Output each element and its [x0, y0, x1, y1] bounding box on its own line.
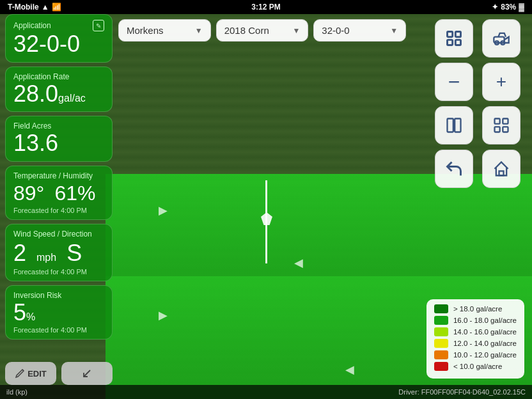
crop-chevron-icon: ▼: [292, 26, 300, 35]
layers-button[interactable]: [435, 106, 473, 145]
legend-row-4: 12.0 - 14.0 gal/acre: [434, 339, 517, 348]
arrow-left-1: ◀: [294, 256, 303, 270]
battery-icon: ▓: [519, 3, 524, 12]
wind-direction-value: S: [66, 240, 82, 267]
wind-speed-value: 2: [13, 240, 26, 267]
legend-row-3: 14.0 - 16.0 gal/acre: [434, 327, 517, 336]
field-acres-label: Field Acres: [13, 121, 51, 130]
humidity-value: 61%: [54, 182, 95, 205]
wind-unit: mph: [36, 252, 56, 263]
wind-row: 2mph S: [13, 240, 104, 267]
legend-label-3: 14.0 - 16.0 gal/acre: [453, 328, 517, 336]
svg-rect-3: [455, 40, 460, 45]
applied-area-top: [106, 174, 532, 276]
zoom-out-icon: −: [448, 72, 460, 92]
legend-label-4: 12.0 - 14.0 gal/acre: [453, 340, 517, 347]
fit-screen-button[interactable]: [435, 19, 473, 58]
inversion-risk-label: Inversion Risk: [13, 291, 61, 300]
bottom-bar: ild (kp) Driver: FF00FF00FF04·D640_02.02…: [0, 385, 532, 399]
legend-color-6: [434, 362, 448, 371]
legend-label-5: 10.0 - 12.0 gal/acre: [453, 351, 517, 359]
field-acres-card: Field Acres 13.6: [5, 116, 113, 162]
edit-button[interactable]: EDIT: [5, 362, 56, 385]
temp-humidity-row: 89° 61%: [13, 182, 104, 205]
time-label: 3:12 PM: [251, 3, 280, 12]
temp-humidity-label: Temperature / Humidity: [13, 171, 93, 180]
field-chevron-icon: ▼: [195, 26, 203, 35]
temp-humidity-card: Temperature / Humidity 89° 61% Forecaste…: [5, 166, 113, 220]
temp-forecast: Forecasted for 4:00 PM: [13, 207, 104, 214]
wifi-icon: 📶: [52, 3, 61, 12]
arrow-right-2: ▶: [159, 308, 168, 322]
inversion-forecast: Forecasted for 4:00 PM: [13, 326, 104, 334]
svg-rect-8: [455, 119, 460, 132]
arrow-right-1: ▶: [159, 203, 168, 217]
product-dropdown[interactable]: 32-0-0 ▼: [313, 19, 406, 42]
back-button[interactable]: [435, 150, 473, 188]
crop-dropdown[interactable]: 2018 Corn ▼: [216, 19, 309, 42]
legend-color-2: [434, 316, 448, 325]
wind-label: Wind Speed / Direction: [13, 230, 92, 239]
svg-rect-7: [448, 119, 453, 132]
legend-color-3: [434, 327, 448, 336]
home-button[interactable]: [482, 150, 520, 188]
svg-rect-1: [455, 32, 460, 37]
field-dropdown[interactable]: Morkens ▼: [118, 19, 211, 42]
app-rate-value: 28.0gal/ac: [13, 81, 104, 107]
svg-rect-13: [499, 171, 504, 176]
field-dropdown-label: Morkens: [127, 25, 164, 36]
legend-color-4: [434, 339, 448, 348]
bt-icon: ✦: [492, 3, 498, 12]
legend-color-5: [434, 350, 448, 359]
legend-label-2: 16.0 - 18.0 gal/acre: [453, 317, 517, 324]
legend-panel: > 18.0 gal/acre 16.0 - 18.0 gal/acre 14.…: [426, 299, 524, 379]
collapse-button[interactable]: [61, 362, 113, 385]
wind-card: Wind Speed / Direction 2mph S Forecasted…: [5, 224, 113, 281]
zoom-in-button[interactable]: +: [482, 63, 520, 101]
svg-rect-12: [503, 127, 508, 132]
legend-label-1: > 18.0 gal/acre: [453, 305, 502, 313]
inversion-risk-value: 5%: [13, 300, 104, 325]
zoom-out-button[interactable]: −: [435, 63, 473, 101]
edit-button-label: EDIT: [27, 369, 47, 379]
signal-icon: ▲: [42, 3, 49, 12]
svg-rect-0: [448, 32, 453, 37]
legend-row-5: 10.0 - 12.0 gal/acre: [434, 350, 517, 359]
battery-label: 83%: [501, 3, 516, 12]
svg-rect-11: [495, 127, 500, 132]
svg-rect-10: [503, 119, 508, 124]
application-card: Application ✎ 32-0-0: [5, 14, 113, 63]
legend-row-1: > 18.0 gal/acre: [434, 304, 517, 313]
app-rate-card: Application Rate 28.0gal/ac: [5, 66, 113, 113]
grid-button[interactable]: [482, 106, 520, 145]
left-sidebar: Application ✎ 32-0-0 Application Rate 28…: [5, 14, 113, 385]
product-dropdown-label: 32-0-0: [322, 25, 349, 36]
status-bar: T-Mobile ▲ 📶 3:12 PM ✦ 83% ▓: [0, 0, 532, 14]
wind-forecast: Forecasted for 4:00 PM: [13, 268, 104, 276]
product-chevron-icon: ▼: [390, 26, 398, 35]
crop-dropdown-label: 2018 Corn: [224, 25, 269, 36]
legend-color-1: [434, 304, 448, 313]
zoom-in-icon: +: [496, 73, 506, 91]
right-panel: − +: [435, 19, 524, 188]
svg-rect-2: [448, 40, 453, 45]
application-value: 32-0-0: [13, 31, 104, 57]
legend-row-2: 16.0 - 18.0 gal/acre: [434, 316, 517, 325]
app-rate-label: Application Rate: [13, 72, 69, 81]
legend-row-6: < 10.0 gal/acre: [434, 362, 517, 371]
svg-rect-9: [495, 119, 500, 124]
temperature-value: 89°: [13, 182, 44, 205]
dropdown-bar: Morkens ▼ 2018 Corn ▼ 32-0-0 ▼: [118, 19, 406, 42]
bottom-left-label: ild (kp): [6, 388, 27, 396]
legend-label-6: < 10.0 gal/acre: [453, 363, 502, 370]
field-acres-value: 13.6: [13, 130, 104, 156]
sidebar-bottom-buttons: EDIT: [5, 362, 113, 385]
inversion-risk-card: Inversion Risk 5% Forecasted for 4:00 PM: [5, 285, 113, 340]
bottom-right-label: Driver: FF00FF00FF04·D640_02.02.15C: [398, 388, 526, 396]
carrier-label: T-Mobile: [8, 3, 39, 12]
arrow-left-2: ◀: [345, 363, 354, 377]
application-label: Application: [13, 21, 51, 30]
application-edit-icon[interactable]: ✎: [93, 20, 104, 31]
machine-button[interactable]: [482, 19, 520, 58]
